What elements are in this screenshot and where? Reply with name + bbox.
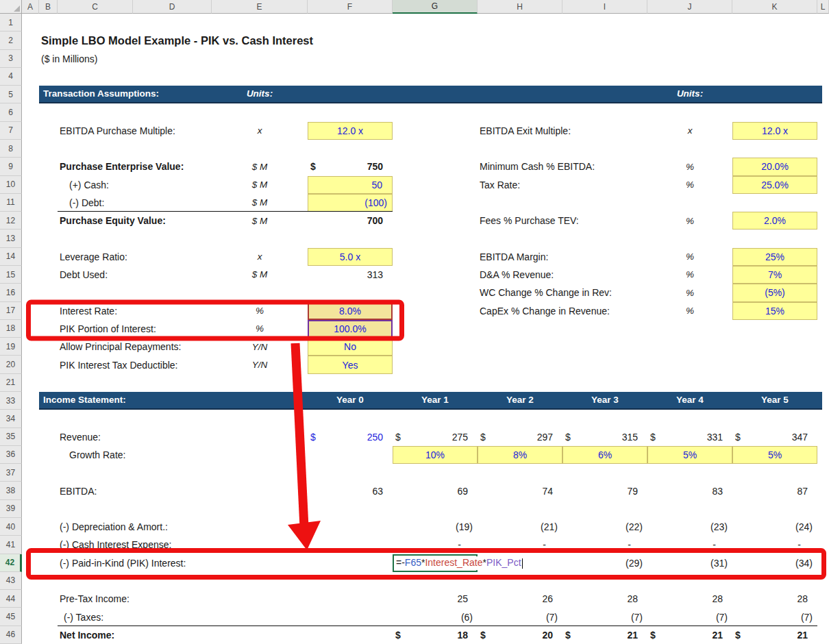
cell-E14[interactable]: x <box>212 248 308 266</box>
cell-J40[interactable]: (23) <box>647 518 732 536</box>
cell-H7[interactable]: EBITDA Exit Multiple: <box>478 122 647 140</box>
cell-C15[interactable]: Debt Used: <box>58 266 212 284</box>
cell-C18[interactable]: PIK Portion of Interest: <box>58 320 212 338</box>
column-header-I[interactable]: I <box>562 0 647 14</box>
cell-J14[interactable]: % <box>647 248 732 266</box>
row-header-19[interactable]: 19 <box>0 338 22 356</box>
cell-E11[interactable]: $ M <box>212 194 308 212</box>
cell-C38[interactable]: EBITDA: <box>58 482 212 499</box>
cell-E10[interactable]: $ M <box>212 176 308 194</box>
column-header-B[interactable]: B <box>39 0 58 14</box>
cell-K45[interactable]: (7) <box>732 608 817 626</box>
cell-J10[interactable]: % <box>647 176 732 194</box>
cell-H44[interactable]: 26 <box>478 590 562 608</box>
net-income-y3[interactable]: $21 <box>562 626 647 644</box>
cell-C45[interactable]: (-) Taxes: <box>58 608 212 626</box>
cell-I38[interactable]: 79 <box>562 482 647 499</box>
ebitda-purchase-multiple-input[interactable]: 12.0 x <box>308 122 393 140</box>
debt-input[interactable]: (100) <box>308 194 393 212</box>
cell-H10[interactable]: Tax Rate: <box>478 176 647 194</box>
row-header-14[interactable]: 14 <box>0 248 22 266</box>
revenue-y2[interactable]: $297 <box>478 428 562 446</box>
fees-pct-tev-input[interactable]: 2.0% <box>732 212 817 230</box>
row-header-41[interactable]: 41 <box>0 536 22 554</box>
column-header-A[interactable]: A <box>22 0 39 14</box>
cell-J42[interactable]: (31) <box>647 554 732 572</box>
cell-G41[interactable]: - <box>393 536 478 554</box>
cell-H45[interactable]: (7) <box>478 608 562 626</box>
cell-J44[interactable]: 28 <box>647 590 732 608</box>
cell-J16[interactable]: % <box>647 284 732 301</box>
cell-H16[interactable]: WC Change % Change in Rev: <box>478 284 647 301</box>
cell-J12[interactable]: % <box>647 212 732 230</box>
row-header-33[interactable]: 33 <box>0 392 22 410</box>
cell-C44[interactable]: Pre-Tax Income: <box>58 590 212 608</box>
row-header-13[interactable]: 13 <box>0 230 22 247</box>
leverage-ratio-input[interactable]: 5.0 x <box>308 248 393 266</box>
cell-E18[interactable]: % <box>212 320 308 338</box>
row-header-10[interactable]: 10 <box>0 176 22 194</box>
section-bar-transaction-assumptions[interactable]: Transaction Assumptions:Units:Units: <box>39 86 822 103</box>
column-header-E[interactable]: E <box>212 0 308 14</box>
column-header-J[interactable]: J <box>647 0 732 14</box>
row-header-44[interactable]: 44 <box>0 590 22 608</box>
cell-H9[interactable]: Minimum Cash % EBITDA: <box>478 158 647 175</box>
cell-H17[interactable]: CapEx % Change in Revenue: <box>478 302 647 320</box>
row-header-42[interactable]: 42 <box>0 554 22 572</box>
ebitda-exit-multiple-input[interactable]: 12.0 x <box>732 122 817 140</box>
sheet-title[interactable]: Simple LBO Model Example - PIK vs. Cash … <box>39 32 478 49</box>
cell-E19[interactable]: Y/N <box>212 338 308 356</box>
cash-input[interactable]: 50 <box>308 176 393 194</box>
row-header-2[interactable]: 2 <box>0 32 22 49</box>
cell-E15[interactable]: $ M <box>212 266 308 284</box>
cell-C12[interactable]: Purchase Equity Value: <box>58 212 212 230</box>
cell-C42[interactable]: (-) Paid-in-Kind (PIK) Interest: <box>58 554 308 572</box>
row-header-16[interactable]: 16 <box>0 284 22 301</box>
row-header-43[interactable]: 43 <box>0 572 22 590</box>
row-header-21[interactable]: 21 <box>0 374 22 392</box>
purchase-enterprise-value[interactable]: $750 <box>308 158 393 175</box>
cell-H14[interactable]: EBITDA Margin: <box>478 248 647 266</box>
row-header-9[interactable]: 9 <box>0 158 22 175</box>
pik-tax-deductible-input[interactable]: Yes <box>308 356 393 373</box>
cell-E7[interactable]: x <box>212 122 308 140</box>
growth-rate-y3-input[interactable]: 6% <box>562 446 647 464</box>
column-header-H[interactable]: H <box>478 0 562 14</box>
row-header-39[interactable]: 39 <box>0 500 22 518</box>
cell-I42[interactable]: (29) <box>562 554 647 572</box>
row-header-45[interactable]: 45 <box>0 608 22 626</box>
cell-G38[interactable]: 69 <box>393 482 478 499</box>
cell-H40[interactable]: (21) <box>478 518 562 536</box>
cell-E17[interactable]: % <box>212 302 308 320</box>
row-header-46[interactable]: 46 <box>0 626 22 644</box>
net-income-y1[interactable]: $18 <box>393 626 478 644</box>
cell-I40[interactable]: (22) <box>562 518 647 536</box>
wc-change-pct-input[interactable]: (5%) <box>732 284 817 301</box>
cell-C35[interactable]: Revenue: <box>58 428 212 446</box>
row-header-11[interactable]: 11 <box>0 194 22 212</box>
net-income-y5[interactable]: $21 <box>732 626 817 644</box>
cell-C11[interactable]: (-) Debt: <box>58 194 212 212</box>
da-pct-revenue-input[interactable]: 7% <box>732 266 817 284</box>
sheet-subtitle[interactable]: ($ in Millions) <box>39 50 308 68</box>
ebitda-margin-input[interactable]: 25% <box>732 248 817 266</box>
cell-I44[interactable]: 28 <box>562 590 647 608</box>
allow-principal-repayments-input[interactable]: No <box>308 338 393 356</box>
cell-J38[interactable]: 83 <box>647 482 732 499</box>
cell-H38[interactable]: 74 <box>478 482 562 499</box>
cell-C9[interactable]: Purchase Enterprise Value: <box>58 158 212 175</box>
row-header-7[interactable]: 7 <box>0 122 22 140</box>
purchase-equity-value[interactable]: 700 <box>308 212 393 230</box>
formula-editing-cell[interactable]: =-F65*Interest_Rate*PIK_Pct <box>393 554 478 572</box>
row-header-12[interactable]: 12 <box>0 212 22 230</box>
row-header-18[interactable]: 18 <box>0 320 22 338</box>
pik-portion-input[interactable]: 100.0% <box>308 320 393 338</box>
growth-rate-y5-input[interactable]: 5% <box>732 446 817 464</box>
cell-I41[interactable]: - <box>562 536 647 554</box>
cell-H12[interactable]: Fees % Purchase TEV: <box>478 212 647 230</box>
cell-H41[interactable]: - <box>478 536 562 554</box>
row-header-3[interactable]: 3 <box>0 50 22 68</box>
revenue-y4[interactable]: $331 <box>647 428 732 446</box>
cell-G45[interactable]: (6) <box>393 608 478 626</box>
cell-K44[interactable]: 28 <box>732 590 817 608</box>
